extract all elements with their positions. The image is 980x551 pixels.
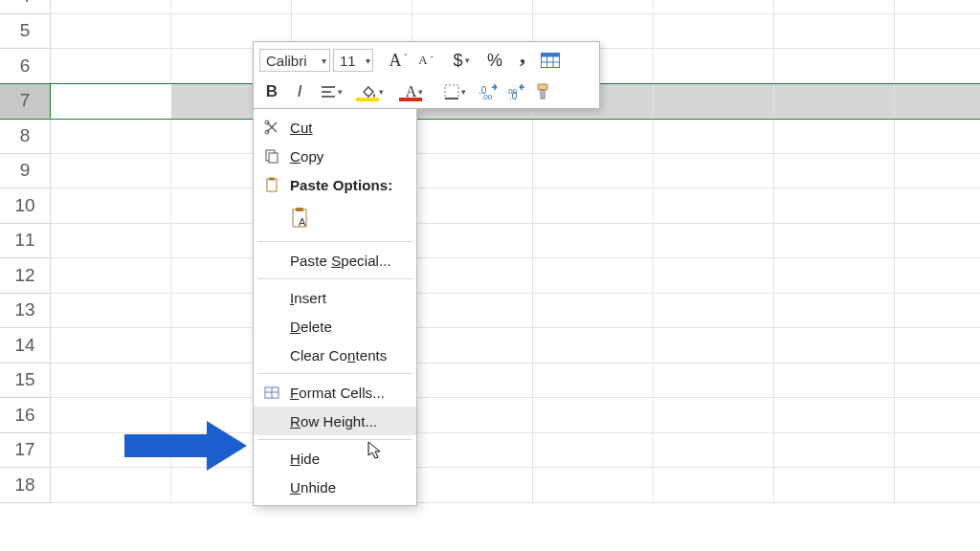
cell[interactable] [412,188,533,224]
increase-decimal-button[interactable]: .0 .00 [476,79,501,104]
row-14[interactable]: 14 [0,328,980,364]
cell[interactable] [895,224,980,259]
accounting-format-button[interactable]: $▾ [445,48,479,73]
cell[interactable] [533,188,654,224]
align-button[interactable]: ▾ [315,79,349,104]
cell[interactable] [51,294,171,329]
row-header[interactable]: 12 [0,258,51,294]
cell[interactable] [895,154,980,189]
cell[interactable] [412,224,533,259]
cell[interactable] [774,224,895,259]
row-header[interactable]: 10 [0,188,51,224]
row-11[interactable]: 11 [0,224,980,259]
cell[interactable] [654,398,774,433]
cell[interactable] [895,188,980,224]
cell[interactable] [654,14,774,50]
cell[interactable] [412,294,533,329]
cell[interactable] [51,0,171,14]
cell[interactable] [533,468,654,503]
decrease-decimal-button[interactable]: .00 .0 [503,79,528,104]
cell[interactable] [533,224,654,259]
row-header[interactable]: 18 [0,468,51,503]
font-color-button[interactable]: A ▾ [395,79,435,104]
cell[interactable] [654,364,774,399]
cell[interactable] [412,398,533,433]
cell[interactable] [895,398,980,433]
cell[interactable] [774,154,895,189]
row-header[interactable]: 7 [0,84,51,120]
row-header[interactable]: 16 [0,398,51,433]
cell[interactable] [51,224,171,259]
cell[interactable] [895,49,980,84]
menu-hide[interactable]: Hide [254,444,416,473]
bold-button[interactable]: B [259,79,284,104]
cell[interactable] [533,154,654,189]
cell[interactable] [533,119,654,154]
cell[interactable] [774,468,895,503]
cell[interactable] [654,84,774,120]
cell[interactable] [774,0,895,14]
menu-insert[interactable]: Insert [254,283,416,312]
cell[interactable] [654,119,774,154]
menu-copy[interactable]: Copy [254,142,416,170]
menu-clear-contents[interactable]: Clear Contents [254,341,416,369]
cell[interactable] [774,188,895,224]
cell[interactable] [51,49,171,84]
row-header[interactable]: 9 [0,154,51,189]
row-12[interactable]: 12 [0,258,980,294]
cell[interactable] [654,154,774,189]
cell[interactable] [51,119,171,154]
format-painter-button[interactable] [531,79,556,104]
cell[interactable] [654,224,774,259]
cell[interactable] [895,119,980,154]
row-4[interactable]: 4 [0,0,980,14]
cell[interactable] [774,294,895,329]
font-name-input[interactable] [260,53,319,69]
cell[interactable] [774,433,895,469]
cell[interactable] [412,258,533,294]
cell[interactable] [533,0,654,14]
cell[interactable] [533,328,654,364]
row-header[interactable]: 15 [0,364,51,399]
cell[interactable] [895,328,980,364]
cell[interactable] [774,364,895,399]
menu-delete[interactable]: Delete [254,312,416,341]
cell[interactable] [895,84,980,120]
cell[interactable] [654,468,774,503]
menu-unhide[interactable]: Unhide [254,473,416,501]
cell[interactable] [654,258,774,294]
chevron-down-icon[interactable]: ▾ [363,55,372,66]
cell[interactable] [774,14,895,50]
row-9[interactable]: 9 [0,154,980,189]
cell[interactable] [412,364,533,399]
cell[interactable] [412,119,533,154]
percent-format-button[interactable]: % [482,48,507,73]
cell[interactable] [895,433,980,469]
comma-format-button[interactable]: , [510,48,535,73]
cell[interactable] [774,328,895,364]
row-header[interactable]: 8 [0,119,51,154]
row-header[interactable]: 11 [0,224,51,259]
cell[interactable] [412,0,533,14]
cell[interactable] [412,468,533,503]
cell[interactable] [895,14,980,50]
cell[interactable] [895,0,980,14]
row-18[interactable]: 18 [0,468,980,503]
cell[interactable] [895,258,980,294]
menu-row-height[interactable]: Row Height... [254,407,416,435]
cell[interactable] [51,14,171,50]
row-header[interactable]: 6 [0,49,51,84]
chevron-down-icon[interactable]: ▾ [319,55,329,66]
cell[interactable] [774,398,895,433]
italic-button[interactable]: I [287,79,312,104]
row-10[interactable]: 10 [0,188,980,224]
menu-paste-special[interactable]: Paste Special... [254,246,416,275]
cell[interactable] [51,154,171,189]
row-header[interactable]: 4 [0,0,51,14]
cell[interactable] [895,364,980,399]
cell[interactable] [533,398,654,433]
font-size-input[interactable] [334,53,363,69]
cell[interactable] [895,294,980,329]
cell[interactable] [51,364,171,399]
cell[interactable] [533,294,654,329]
